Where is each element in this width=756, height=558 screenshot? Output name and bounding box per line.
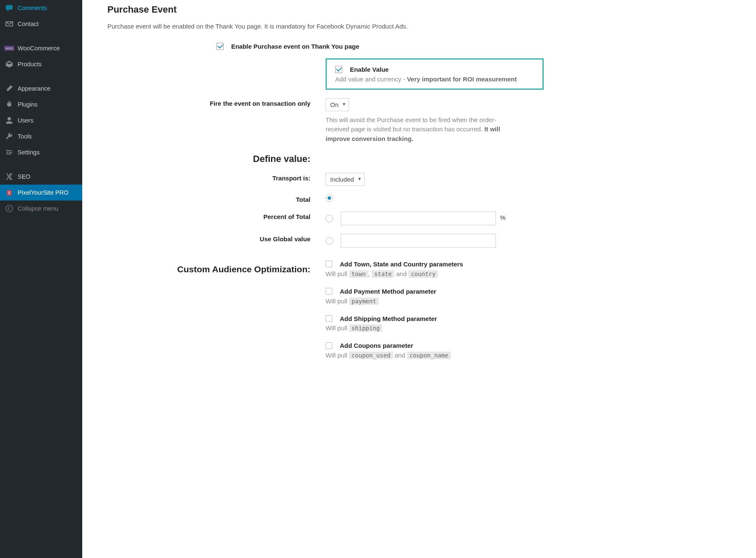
enable-value-label: Enable Value [350,66,389,73]
box-icon [5,60,13,68]
sidebar-item-label: Contact [18,21,39,27]
percent-input[interactable] [341,211,496,225]
wrench-icon [5,132,13,141]
percent-suffix: % [500,214,506,221]
total-label: Total [107,194,326,203]
sidebar-item-settings[interactable]: Settings [0,144,82,160]
cao-payment-checkbox[interactable] [326,288,332,295]
transport-select[interactable]: Included [326,173,365,186]
collapse-label: Collapse menu [18,205,58,212]
fire-event-select[interactable]: On [326,98,349,111]
collapse-menu[interactable]: Collapse menu [0,201,82,216]
plug-icon [5,100,13,109]
brush-icon [5,84,13,93]
admin-sidebar: Comments Contact woo WooCommerce Product… [0,0,82,558]
sidebar-item-label: Appearance [18,85,50,92]
svg-point-0 [8,117,11,120]
define-value-heading: Define value: [107,154,326,164]
transport-label: Transport is: [107,173,326,182]
enable-value-checkbox[interactable] [335,66,342,73]
sidebar-item-label: Settings [18,149,39,156]
fire-event-help: This will avoid the Purchase event to be… [326,115,519,144]
enable-value-desc: Add value and currency - Very important … [335,76,534,83]
main-content: Purchase Event Purchase event will be en… [82,0,756,558]
seo-icon [5,172,13,181]
global-radio[interactable] [326,237,333,245]
cao-town-label: Add Town, State and Country parameters [340,261,463,268]
cao-town-checkbox[interactable] [326,261,332,267]
sidebar-item-label: Products [18,61,42,68]
sidebar-item-tools[interactable]: Tools [0,128,82,144]
fire-event-label: Fire the event on transaction only [107,98,326,107]
fb-icon: f [5,188,13,197]
svg-point-1 [6,205,13,212]
sidebar-item-products[interactable]: Products [0,56,82,72]
sidebar-item-contact[interactable]: Contact [0,16,82,32]
sidebar-item-label: WooCommerce [18,45,60,52]
percent-radio[interactable] [326,215,333,222]
cao-heading: Custom Audience Optimization: [107,264,326,274]
cao-coupons-label: Add Coupons parameter [340,342,413,349]
total-radio[interactable] [326,194,333,202]
collapse-icon [5,204,13,213]
sidebar-item-label: PixelYourSite PRO [18,189,68,196]
cao-shipping-desc: Will pull shipping [326,324,739,331]
sidebar-item-plugins[interactable]: Plugins [0,96,82,112]
sidebar-item-seo[interactable]: SEO [0,169,82,185]
user-icon [5,116,13,125]
cao-payment-label: Add Payment Method parameter [340,288,436,295]
sidebar-item-label: SEO [18,173,31,180]
cao-payment-desc: Will pull payment [326,297,739,305]
sliders-icon [5,148,13,156]
cao-shipping-label: Add Shipping Method parameter [340,315,437,322]
sidebar-item-comments[interactable]: Comments [0,0,82,16]
sidebar-item-label: Comments [18,5,47,11]
section-title: Purchase Event [107,4,739,15]
global-input[interactable] [341,234,496,248]
sidebar-item-label: Users [18,117,34,124]
mail-icon [5,20,13,28]
sidebar-item-woocommerce[interactable]: woo WooCommerce [0,40,82,56]
enable-value-highlight: Enable Value Add value and currency - Ve… [326,58,544,90]
sidebar-item-pixelyoursite[interactable]: f PixelYourSite PRO [0,185,82,201]
sidebar-item-label: Plugins [18,101,38,108]
sidebar-item-appearance[interactable]: Appearance [0,81,82,96]
enable-purchase-label: Enable Purchase event on Thank You page [231,43,359,50]
cao-shipping-checkbox[interactable] [326,315,332,322]
sidebar-item-users[interactable]: Users [0,112,82,128]
comment-icon [5,4,13,12]
section-desc: Purchase event will be enabled on the Th… [107,23,739,30]
percent-label: Percent of Total [107,211,326,220]
cao-coupons-checkbox[interactable] [326,342,332,349]
cao-coupons-desc: Will pull coupon_used and coupon_name [326,352,739,359]
sidebar-item-label: Tools [18,133,32,140]
cao-town-desc: Will pull town, state and country [326,270,739,277]
woo-icon: woo [5,44,13,52]
global-label: Use Global value [107,234,326,242]
enable-purchase-checkbox[interactable] [216,43,224,50]
